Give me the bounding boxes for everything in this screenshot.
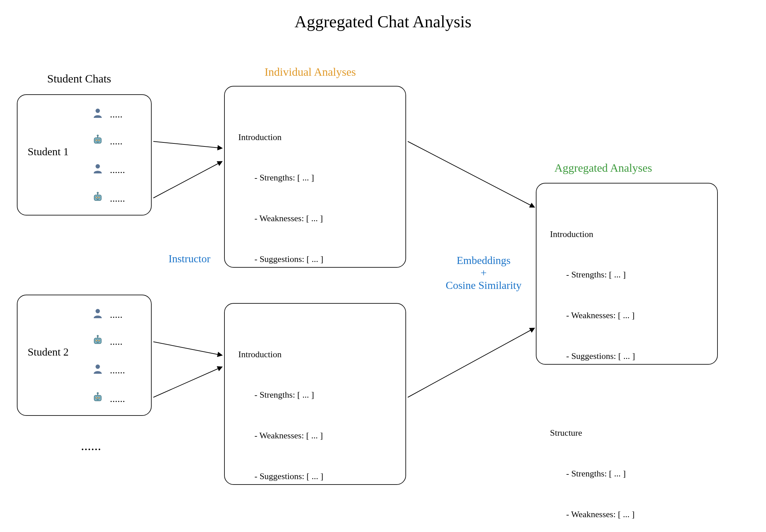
svg-point-20: [97, 335, 98, 337]
student-chats-heading: Student Chats: [47, 72, 111, 85]
analysis-content: Introduction - Strengths: [ ... ] - Weak…: [550, 200, 635, 532]
individual-analysis-2-box: Introduction - Strengths: [ ... ] - Weak…: [224, 303, 406, 485]
svg-point-7: [96, 164, 100, 169]
chat-row: .....: [92, 107, 123, 121]
chat-row: .....: [92, 307, 123, 322]
embeddings-line-1: Embeddings: [457, 254, 511, 266]
svg-point-6: [97, 135, 98, 136]
svg-line-31: [153, 367, 222, 397]
svg-rect-25: [97, 399, 99, 400]
analysis-item: - Suggestions: [ ... ]: [550, 350, 635, 363]
instructor-label: Instructor: [168, 253, 210, 265]
chat-row: ......: [92, 391, 125, 406]
svg-line-33: [408, 328, 534, 397]
svg-rect-18: [97, 342, 99, 343]
analysis-content: Introduction - Strengths: [ ... ] - Weak…: [238, 321, 323, 532]
student-1-box: Student 1 ..... ..... ...... ......: [17, 94, 152, 215]
student-2-label: Student 2: [28, 346, 69, 358]
student-2-box: Student 2 ..... ..... ...... ......: [17, 295, 152, 416]
chat-dots: ......: [110, 164, 125, 175]
svg-point-9: [96, 197, 97, 198]
chat-dots: .....: [110, 135, 123, 147]
robot-icon: [92, 391, 104, 406]
svg-rect-11: [97, 199, 99, 200]
robot-icon: [92, 134, 104, 148]
svg-line-32: [408, 141, 534, 207]
student-1-label: Student 1: [28, 145, 69, 158]
chat-row: .....: [92, 334, 123, 348]
analysis-section-heading: Introduction: [238, 131, 323, 144]
analysis-item: - Strengths: [ ... ]: [550, 467, 635, 480]
svg-point-17: [98, 340, 100, 341]
embeddings-label: Embeddings + Cosine Similarity: [430, 254, 538, 292]
chat-dots: .....: [110, 309, 123, 320]
person-icon: [92, 107, 104, 121]
svg-point-23: [96, 397, 97, 399]
chat-row: ......: [92, 162, 125, 177]
svg-line-30: [153, 342, 222, 355]
analysis-item: - Strengths: [ ... ]: [238, 171, 323, 185]
diagram-title: Aggregated Chat Analysis: [0, 12, 766, 31]
svg-line-28: [153, 141, 222, 148]
chat-row: .....: [92, 134, 123, 148]
analysis-item: - Weaknesses: [ ... ]: [550, 508, 635, 521]
svg-rect-4: [97, 142, 99, 142]
person-icon: [92, 363, 104, 377]
svg-point-16: [96, 340, 97, 341]
individual-analyses-heading: Individual Analyses: [265, 66, 356, 78]
analysis-section-heading: Introduction: [238, 348, 323, 361]
analysis-item: - Weaknesses: [ ... ]: [550, 309, 635, 322]
embeddings-plus: +: [481, 267, 487, 279]
analysis-section-heading: Introduction: [550, 228, 635, 241]
svg-point-3: [98, 139, 100, 141]
person-icon: [92, 307, 104, 322]
aggregated-analyses-heading: Aggregated Analyses: [554, 162, 652, 174]
svg-point-24: [98, 397, 100, 399]
analysis-item: - Strengths: [ ... ]: [238, 388, 323, 402]
ellipsis: ......: [81, 438, 101, 454]
svg-point-14: [96, 309, 100, 313]
chat-dots: .....: [110, 336, 123, 347]
chat-row: ......: [92, 191, 125, 205]
individual-analysis-1-box: Introduction - Strengths: [ ... ] - Weak…: [224, 86, 406, 268]
analysis-item: - Weaknesses: [ ... ]: [238, 212, 323, 225]
svg-point-10: [98, 197, 100, 198]
robot-icon: [92, 334, 104, 348]
robot-icon: [92, 191, 104, 205]
analysis-item: - Suggestions: [ ... ]: [238, 470, 323, 483]
svg-point-2: [96, 139, 97, 141]
chat-dots: ......: [110, 393, 125, 404]
chat-row: ......: [92, 363, 125, 377]
svg-point-27: [97, 393, 98, 394]
svg-line-29: [153, 162, 222, 198]
svg-point-0: [96, 109, 100, 113]
chat-dots: .....: [110, 108, 123, 120]
person-icon: [92, 162, 104, 177]
svg-point-13: [97, 192, 98, 194]
analysis-item: - Weaknesses: [ ... ]: [238, 429, 323, 442]
analysis-item: - Suggestions: [ ... ]: [238, 253, 323, 266]
analysis-section-heading: Structure: [550, 426, 635, 440]
analysis-item: - Strengths: [ ... ]: [550, 268, 635, 281]
aggregated-analysis-box: Introduction - Strengths: [ ... ] - Weak…: [536, 183, 718, 365]
chat-dots: ......: [110, 364, 125, 376]
embeddings-line-2: Cosine Similarity: [446, 279, 522, 291]
chat-dots: ......: [110, 193, 125, 204]
svg-point-21: [96, 365, 100, 369]
